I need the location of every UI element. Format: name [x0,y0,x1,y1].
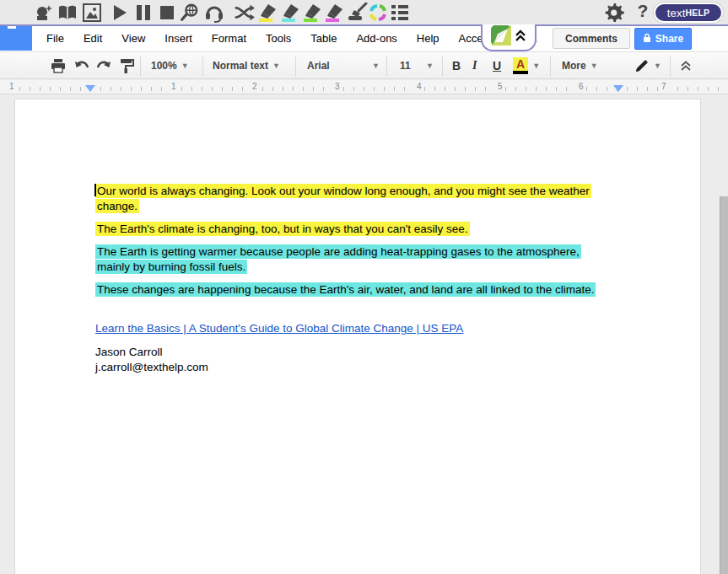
readwrite-collapse-bubble[interactable] [481,24,537,51]
stop-icon[interactable] [157,3,177,23]
comments-button[interactable]: Comments [553,28,630,49]
font-size-select[interactable]: 11▼ [400,52,434,79]
chevron-down-icon: ▼ [181,62,189,70]
texthelp-toolbar: ? textHELP [0,0,728,26]
highlighted-text: The Earth's climate is changing, too, bu… [95,222,470,236]
chevron-down-icon: ▼ [426,62,434,70]
highlighter-green-icon[interactable] [302,3,322,23]
right-indent-marker[interactable] [613,85,623,92]
pause-icon[interactable] [133,3,154,23]
ruler-number: 6 [576,82,586,91]
more-button[interactable]: More▼ [562,52,598,79]
ruler-number: 4 [414,82,424,91]
paragraph-3[interactable]: The Earth is getting warmer because peop… [95,244,600,275]
chevron-down-icon: ▼ [654,62,661,70]
help-icon[interactable]: ? [633,1,653,21]
highlighter-magenta-icon[interactable] [324,3,344,23]
dictionary-icon[interactable] [57,3,78,23]
signature-email: j.carroll@texthelp.com [95,360,612,375]
zoom-select[interactable]: 100%▼ [151,52,189,79]
styles-select[interactable]: Normal text▼ [213,52,280,79]
left-indent-marker[interactable] [85,85,95,92]
chevron-down-icon: ▼ [532,62,540,70]
ruler[interactable]: 1 1 2 3 4 5 6 7 [0,80,728,94]
format-toolbar: 100%▼ Normal text▼ Arial▼ 11▼ B I U A▼ M… [0,51,728,79]
highlighted-text: Our world is always changing. Look out y… [95,184,591,213]
screenshot-reader-icon[interactable] [179,3,199,23]
collapse-chevron-icon [515,29,526,46]
print-button[interactable] [51,52,66,79]
clear-highlights-icon[interactable] [348,3,368,23]
highlighted-text: The Earth is getting warmer because peop… [95,244,581,274]
chevron-down-icon: ▼ [272,62,280,70]
epa-article-link[interactable]: Learn the Basics | A Student's Guide to … [95,321,463,336]
collect-highlights-icon[interactable] [368,3,388,23]
redo-button[interactable] [96,52,111,79]
menu-format[interactable]: Format [212,32,246,45]
menu-addons[interactable]: Add-ons [356,32,396,45]
play-icon[interactable] [110,3,130,23]
document-page[interactable]: Our world is always changing. Look out y… [14,99,701,574]
readwrite-pinwheel-icon [491,25,511,49]
settings-gear-icon[interactable] [604,3,624,23]
paragraph-1[interactable]: Our world is always changing. Look out y… [95,184,600,214]
menu-tools[interactable]: Tools [266,32,291,45]
underline-button[interactable]: U [493,52,501,79]
menu-view[interactable]: View [121,32,145,45]
highlighted-text: These changes are happening because the … [95,282,596,297]
highlighter-cyan-icon[interactable] [280,3,300,23]
menu-table[interactable]: Table [310,32,337,45]
chevron-down-icon: ▼ [590,62,598,70]
editing-mode-button[interactable]: ▼ [634,52,661,79]
menu-insert[interactable]: Insert [164,32,192,45]
ruler-number: 2 [250,82,260,91]
audio-maker-icon[interactable] [204,3,224,23]
menu-help[interactable]: Help [417,32,439,45]
font-select[interactable]: Arial▼ [307,52,380,79]
bold-button[interactable]: B [452,52,461,79]
document-content[interactable]: Our world is always changing. Look out y… [95,184,612,375]
ruler-number: 5 [495,82,505,91]
document-area: Our world is always changing. Look out y… [0,95,728,574]
text-color-button[interactable]: A▼ [513,52,540,79]
texthelp-logo: textHELP [654,3,723,23]
highlighter-yellow-icon[interactable] [257,3,278,23]
translator-icon[interactable] [235,3,255,23]
text-cursor [94,184,96,196]
vocabulary-list-icon[interactable] [390,3,410,23]
ruler-number: 1 [169,82,179,91]
share-button[interactable]: Share [634,28,692,50]
chevron-down-icon: ▼ [372,62,380,70]
ruler-number: 3 [332,82,342,91]
texthelp-logo-caps: HELP [685,8,709,18]
menu-edit[interactable]: Edit [84,32,102,45]
paragraph-4[interactable]: These changes are happening because the … [95,282,600,298]
signature-name: Jason Carroll [95,345,612,360]
paragraph-2[interactable]: The Earth's climate is changing, too, bu… [95,222,600,237]
undo-button[interactable] [74,52,89,79]
app-window: ? textHELP File Edit View Insert Format … [0,0,728,574]
texthelp-logo-text: text [667,7,686,19]
docs-home-icon[interactable] [0,26,32,51]
vertical-scrollbar[interactable] [720,196,728,574]
menu-bar: File Edit View Insert Format Tools Table… [0,26,728,51]
ruler-number: 7 [659,82,669,91]
paint-format-button[interactable] [120,52,134,79]
share-label: Share [655,33,683,45]
picture-dictionary-icon[interactable] [82,3,102,23]
ruler-number: 1 [7,82,17,91]
italic-button[interactable]: I [472,52,477,79]
collapse-toolbar-button[interactable] [680,52,692,79]
lock-icon [643,33,651,46]
menu-file[interactable]: File [46,32,64,45]
prediction-icon[interactable] [34,3,54,23]
